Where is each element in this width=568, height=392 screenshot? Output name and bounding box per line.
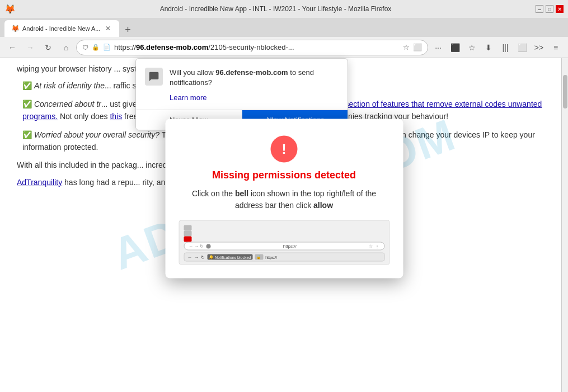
screenshot-star: ☆ xyxy=(369,244,373,249)
notifications-blocked-badge: 🔔 Notifications blocked xyxy=(207,254,252,260)
screenshot-close xyxy=(184,237,191,242)
firefox-logo: 🦊 xyxy=(4,4,16,15)
minimize-button[interactable]: – xyxy=(536,5,543,13)
notifications-blocked-text: Notifications blocked xyxy=(215,255,251,259)
screenshot-notifbar: ← → ↻ 🔔 Notifications blocked 🔒 https:// xyxy=(184,253,384,262)
bookmark-star-icon[interactable]: ☆ xyxy=(464,40,480,55)
url-domain: 96.defense-mob.com xyxy=(136,43,208,51)
bookmark-icon[interactable]: ☆ xyxy=(403,43,410,51)
permissions-title: Missing permissions detected xyxy=(179,169,389,181)
exclamation-icon: ! xyxy=(282,141,287,157)
tab-favicon: 🦊 xyxy=(11,25,19,32)
notif-question-start: Will you allow xyxy=(170,68,215,77)
close-button[interactable]: ✕ xyxy=(556,5,564,13)
security-icon: 🛡 xyxy=(82,44,88,51)
hamburger-menu[interactable]: ≡ xyxy=(548,40,564,55)
screenshot-lock-icon: 🔒 xyxy=(255,254,263,260)
adtranquility-link[interactable]: AdTranquility xyxy=(17,178,62,187)
browser-window: 🦊 Android - Incredible New App - INTL - … xyxy=(0,0,568,58)
back-button[interactable]: ← xyxy=(4,40,20,55)
container-icon[interactable]: ⬜ xyxy=(514,40,530,55)
library-icon[interactable]: ||| xyxy=(497,40,513,55)
screenshot-menu: ⋮ xyxy=(375,244,379,249)
extensions-icon[interactable]: >> xyxy=(531,40,547,55)
reload-button[interactable]: ↻ xyxy=(40,40,56,55)
home-button[interactable]: ⌂ xyxy=(58,40,74,55)
browser-screenshot-image: ← → ↻ https:// ☆ ⋮ ← → ↻ 🔔 Notifications… xyxy=(179,220,389,265)
bell-blocked-icon: 🔔 xyxy=(209,255,214,259)
desc-start: Click on the xyxy=(192,189,235,198)
error-circle: ! xyxy=(271,136,298,163)
screenshot-url-snippet: https:// xyxy=(265,255,277,259)
url-display: https://96.defense-mob.com/2105-security… xyxy=(114,43,400,51)
screenshot-notif-icon xyxy=(206,244,210,248)
nav-bar: ← → ↻ ⌂ 🛡 🔒 📄 https://96.defense-mob.com… xyxy=(0,37,568,58)
screenshot-titlebar xyxy=(184,225,384,242)
permissions-modal: ! Missing permissions detected Click on … xyxy=(165,119,403,278)
desc-bell: bell xyxy=(235,189,248,198)
new-tab-button[interactable]: + xyxy=(120,22,135,37)
screenshot-min xyxy=(184,225,191,231)
active-tab[interactable]: 🦊 Android - Incredible New A... ✕ xyxy=(4,20,119,37)
title-bar: 🦊 Android - Incredible New App - INTL - … xyxy=(0,0,568,18)
learn-more-link[interactable]: Learn more xyxy=(170,93,339,102)
notif-domain: 96.defense-mob.com xyxy=(215,68,288,77)
tab-close-button[interactable]: ✕ xyxy=(104,24,112,33)
notif-text: Will you allow 96.defense-mob.com to sen… xyxy=(170,68,339,88)
window-title: Android - Incredible New App - INTL - IW… xyxy=(19,5,532,13)
notif-chat-icon xyxy=(145,68,163,86)
screenshot-max xyxy=(184,231,191,237)
screenshot-reload: ↻ xyxy=(201,254,205,259)
window-controls: 🦊 xyxy=(4,4,16,15)
screenshot-addressbar: ← → ↻ https:// ☆ ⋮ xyxy=(184,242,384,251)
screenshot-nav-icons: ← → ↻ xyxy=(189,244,204,249)
permissions-description: Click on the bell icon shown in the top … xyxy=(179,188,389,211)
intro-text: wiping your browser history xyxy=(17,64,112,73)
forward-button[interactable]: → xyxy=(22,40,38,55)
nav-right-icons: ··· ⬛ ☆ ⬇ ||| ⬜ >> ≡ xyxy=(430,40,564,55)
lock-icon: 🔒 xyxy=(92,44,100,51)
notif-header: Will you allow 96.defense-mob.com to sen… xyxy=(145,68,339,88)
tab-label: Android - Incredible New A... xyxy=(22,25,100,32)
scrollbar-thumb[interactable] xyxy=(563,75,567,108)
reader-mode-icon: 📄 xyxy=(103,44,111,51)
address-bar[interactable]: 🛡 🔒 📄 https://96.defense-mob.com/2105-se… xyxy=(76,40,428,55)
scrollbar[interactable] xyxy=(561,58,568,392)
pocket-icon[interactable]: ⬛ xyxy=(447,40,463,55)
error-icon-container: ! xyxy=(271,136,298,163)
tab-bar: 🦊 Android - Incredible New A... ✕ + xyxy=(0,18,568,37)
screenshot-back: ← xyxy=(187,254,192,259)
desc-allow: allow xyxy=(313,201,333,210)
screenshot-url-text: https:// xyxy=(213,244,367,249)
screenshot-forward: → xyxy=(194,254,199,259)
pip-icon[interactable]: ⬜ xyxy=(413,43,422,51)
download-icon[interactable]: ⬇ xyxy=(481,40,496,55)
maximize-button[interactable]: □ xyxy=(546,5,553,13)
desc-mid: icon shown in the top right/left of the … xyxy=(235,189,376,210)
more-button[interactable]: ··· xyxy=(430,40,446,55)
